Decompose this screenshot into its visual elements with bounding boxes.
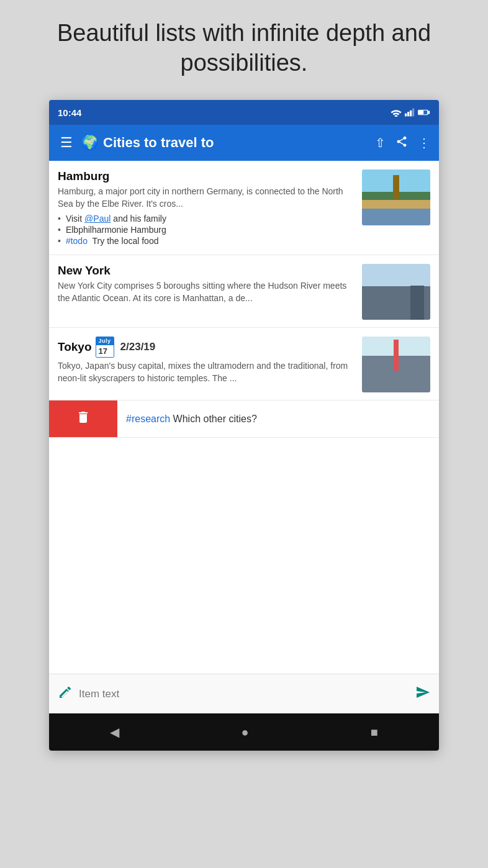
signal-icon xyxy=(405,108,415,117)
battery-icon xyxy=(418,108,430,117)
phone-mockup: 10:44 xyxy=(49,100,439,751)
research-tag[interactable]: #research xyxy=(126,414,170,424)
list-container: Hamburg Hamburg, a major port city in no… xyxy=(49,161,439,674)
toolbar-actions: ⇧ ⋮ xyxy=(375,135,430,151)
item-content: Tokyo July 17 2/23/19 Tokyo, Japan's bus… xyxy=(58,337,362,388)
status-time: 10:44 xyxy=(58,107,81,118)
item-title: New York xyxy=(58,264,356,278)
swipe-list-item[interactable]: #research Which other cities? xyxy=(49,400,439,438)
item-description: Hamburg, a major port city in northern G… xyxy=(58,186,356,210)
status-bar: 10:44 xyxy=(49,100,439,125)
bottom-input-area xyxy=(49,674,439,713)
globe-icon: 🌍 xyxy=(81,135,98,151)
page-headline: Beautiful lists with infinite depth and … xyxy=(0,19,488,78)
date-text: 2/23/19 xyxy=(120,341,156,353)
trash-icon xyxy=(76,410,91,428)
date-badge-month: July xyxy=(96,337,114,345)
home-button[interactable]: ● xyxy=(241,725,248,739)
svg-rect-0 xyxy=(405,114,407,117)
item-description: Tokyo, Japan's busy capital, mixes the u… xyxy=(58,360,356,384)
svg-rect-5 xyxy=(428,111,430,114)
share-icon[interactable] xyxy=(395,135,408,151)
list-item[interactable]: New York New York City comprises 5 borou… xyxy=(49,255,439,328)
item-description: New York City comprises 5 boroughs sitti… xyxy=(58,280,356,304)
mention-link[interactable]: @Paul xyxy=(84,214,111,224)
svg-rect-2 xyxy=(410,111,412,117)
item-text-input[interactable] xyxy=(79,688,409,700)
upload-icon[interactable]: ⇧ xyxy=(375,135,386,150)
recent-button[interactable]: ■ xyxy=(371,725,378,739)
menu-icon[interactable]: ☰ xyxy=(58,132,75,153)
edit-icon[interactable] xyxy=(58,685,73,703)
svg-rect-7 xyxy=(418,111,423,115)
svg-rect-1 xyxy=(407,112,409,116)
empty-area xyxy=(49,438,439,674)
item-title: Hamburg xyxy=(58,170,356,183)
item-thumbnail xyxy=(362,264,430,320)
wifi-icon xyxy=(391,108,402,117)
tokyo-thumbnail-image xyxy=(362,337,430,392)
back-button[interactable]: ◀ xyxy=(110,725,119,739)
send-icon[interactable] xyxy=(415,685,430,703)
tag-link[interactable]: #todo xyxy=(66,236,88,246)
nav-bar: ◀ ● ■ xyxy=(49,713,439,751)
bullet-item: Visit @Paul and his family xyxy=(58,214,356,224)
swipe-item-label: Which other cities? xyxy=(173,414,257,424)
app-toolbar: ☰ 🌍 Cities to travel to ⇧ ⋮ xyxy=(49,125,439,161)
delete-background xyxy=(49,400,117,437)
hamburg-thumbnail-image xyxy=(362,170,430,225)
item-thumbnail xyxy=(362,337,430,392)
swipe-item-text: #research Which other cities? xyxy=(126,414,257,424)
list-item[interactable]: Hamburg Hamburg, a major port city in no… xyxy=(49,161,439,255)
list-item[interactable]: Tokyo July 17 2/23/19 Tokyo, Japan's bus… xyxy=(49,328,439,400)
more-options-icon[interactable]: ⋮ xyxy=(418,135,430,150)
newyork-thumbnail-image xyxy=(362,264,430,320)
item-title: Tokyo July 17 2/23/19 xyxy=(58,337,356,358)
status-icons xyxy=(391,108,430,117)
item-content: Hamburg Hamburg, a major port city in no… xyxy=(58,170,362,247)
item-content: New York New York City comprises 5 borou… xyxy=(58,264,362,308)
date-badge-day: 17 xyxy=(96,345,114,357)
svg-rect-3 xyxy=(412,109,414,117)
item-thumbnail xyxy=(362,170,430,225)
toolbar-title-section: 🌍 Cities to travel to xyxy=(81,135,369,151)
date-badge: July 17 xyxy=(96,337,114,358)
item-bullets: Visit @Paul and his family Elbphilharmon… xyxy=(58,214,356,246)
swipe-item-content: #research Which other cities? xyxy=(117,404,439,435)
bullet-item: #todo Try the local food xyxy=(58,236,356,246)
toolbar-title: Cities to travel to xyxy=(103,135,214,151)
city-name-tokyo: Tokyo xyxy=(58,340,92,354)
bullet-item: Elbphilharmonie Hamburg xyxy=(58,225,356,235)
